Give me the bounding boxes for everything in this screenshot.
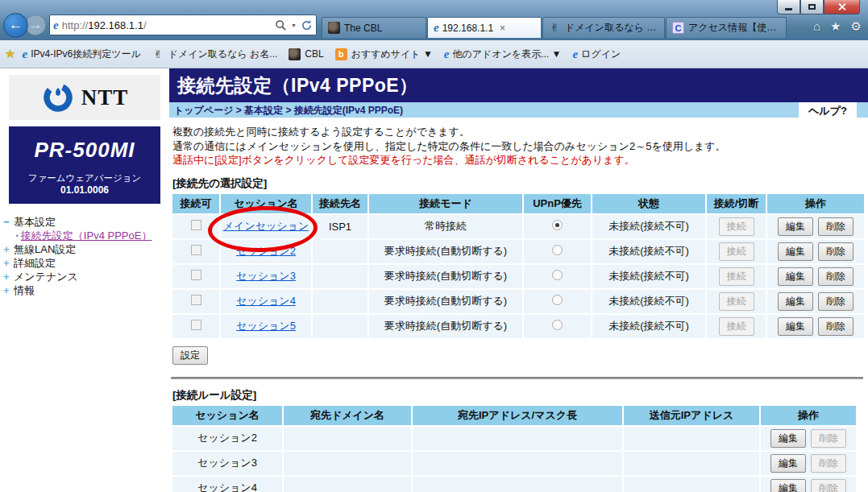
tab-close-icon[interactable]: ×: [500, 23, 505, 34]
connect-enable-checkbox[interactable]: [191, 220, 201, 230]
collapse-icon[interactable]: −: [3, 215, 14, 229]
upnp-priority-radio[interactable]: [552, 320, 563, 330]
session-link-2[interactable]: セッション2: [236, 245, 296, 257]
expand-icon[interactable]: +: [3, 283, 14, 297]
empty-cell: [413, 477, 622, 492]
expand-icon[interactable]: +: [3, 242, 14, 256]
back-button[interactable]: ←: [3, 13, 28, 38]
edit-button[interactable]: 編集: [778, 242, 813, 261]
empty-cell: [624, 427, 759, 450]
delete-button[interactable]: 削除: [818, 217, 853, 236]
favorites-icon[interactable]: ★: [830, 19, 841, 34]
sidebar-item-wireless-lan[interactable]: + 無線LAN設定: [3, 242, 169, 256]
favorite-more-addons[interactable]: e他のアドオンを表示... ▼: [444, 48, 562, 61]
connect-enable-checkbox[interactable]: [191, 295, 201, 305]
empty-cell: [413, 452, 622, 475]
session-link-4[interactable]: セッション4: [236, 295, 296, 307]
favorite-domain[interactable]: ✌ドメイン取るなら お名...: [152, 48, 278, 61]
edit-button[interactable]: 編集: [770, 429, 806, 448]
ie-favicon: e: [434, 22, 439, 34]
search-icon[interactable]: [275, 19, 287, 31]
sidebar-item-advanced-settings[interactable]: + 詳細設定: [3, 256, 169, 270]
submit-settings-button[interactable]: 設定: [172, 346, 208, 365]
session-link-3[interactable]: セッション3: [236, 270, 296, 282]
edit-button[interactable]: 編集: [778, 217, 813, 236]
breadcrumb-tail: [857, 102, 868, 118]
expand-icon[interactable]: +: [3, 256, 14, 270]
firmware-version: 01.01.0006: [12, 184, 157, 196]
refresh-icon[interactable]: [301, 19, 313, 31]
session-name: セッション3: [172, 452, 282, 475]
status-text: 未接続(接続不可): [592, 315, 705, 338]
delete-button[interactable]: 削除: [818, 267, 853, 286]
delete-button[interactable]: 削除: [811, 479, 846, 492]
connect-button[interactable]: 接続: [719, 267, 754, 286]
model-panel: PR-500MI ファームウェアバージョン 01.01.0006: [9, 126, 160, 204]
col-session-name: セッション名: [221, 194, 311, 213]
edit-button[interactable]: 編集: [778, 267, 813, 286]
connect-enable-checkbox[interactable]: [191, 245, 201, 255]
page-favicon-ie-icon: e: [53, 19, 59, 31]
ie-icon: e: [444, 48, 450, 60]
home-icon[interactable]: ⌂: [813, 19, 820, 34]
edit-button[interactable]: 編集: [770, 454, 806, 473]
connect-button[interactable]: 接続: [719, 292, 754, 311]
upnp-priority-radio[interactable]: [552, 245, 563, 255]
address-bar[interactable]: e http://192.168.1.1/ ▼: [49, 14, 317, 35]
edit-button[interactable]: 編集: [778, 292, 813, 311]
maximize-button[interactable]: [800, 0, 824, 14]
empty-cell: [284, 452, 411, 475]
close-icon: [837, 2, 846, 11]
edit-button[interactable]: 編集: [778, 317, 813, 336]
empty-cell: [284, 427, 411, 450]
sidebar-item-pppoe-settings[interactable]: ▪ 接続先設定（IPv4 PPPoE）: [16, 229, 169, 242]
connect-button[interactable]: 接続: [719, 317, 754, 336]
add-favorite-icon[interactable]: ★: [5, 47, 15, 61]
upnp-priority-radio[interactable]: [552, 270, 563, 280]
sidebar-item-maintenance[interactable]: + メンテナンス: [3, 270, 169, 283]
sidebar-item-basic-settings[interactable]: − 基本設定: [3, 215, 169, 229]
status-text: 未接続(接続不可): [592, 265, 705, 288]
bullet-icon: ▪: [16, 229, 19, 242]
selection-table: 接続可 セッション名 接続先名 接続モード UPnP優先 状態 接続/切断 操作…: [171, 192, 866, 340]
connect-button[interactable]: 接続: [719, 242, 754, 261]
rule-row-session3: セッション3 編集削除: [172, 452, 856, 475]
col-connect-disconnect: 接続/切断: [707, 194, 766, 213]
tab-domain[interactable]: ✌ ドメイン取るなら お名...: [542, 17, 665, 38]
tab-access-info[interactable]: C アクセス情報【使用中...: [666, 17, 787, 38]
col-connect-enable: 接続可: [172, 194, 219, 213]
upnp-priority-radio[interactable]: [552, 295, 563, 305]
session-link-5[interactable]: セッション5: [236, 320, 296, 332]
firmware-label: ファームウェアバージョン: [12, 172, 157, 184]
close-button[interactable]: [824, 0, 860, 14]
session-name: セッション4: [172, 477, 282, 492]
favorite-ipv4-ipv6-tool[interactable]: eIPv4-IPv6接続判定ツール: [22, 48, 140, 61]
delete-button[interactable]: 削除: [811, 429, 846, 448]
upnp-priority-radio[interactable]: [552, 220, 563, 230]
connect-button[interactable]: 接続: [719, 217, 754, 236]
delete-button[interactable]: 削除: [811, 454, 846, 473]
table-row-main-session: メインセッション ISP1 常時接続 未接続(接続不可) 接続 編集削除: [172, 215, 864, 238]
help-link[interactable]: ヘルプ?: [799, 102, 857, 118]
favorite-suggested-sites[interactable]: bおすすめサイト ▼: [335, 48, 433, 61]
rule-row-session2: セッション2 編集削除: [172, 427, 856, 450]
delete-button[interactable]: 削除: [818, 242, 853, 261]
favorite-login[interactable]: eログイン: [572, 48, 621, 61]
tab-192-168-1-1[interactable]: e 192.168.1.1 ×: [427, 17, 542, 38]
col-upnp-priority: UPnP優先: [524, 194, 591, 213]
settings-gear-icon[interactable]: ⚙: [851, 19, 862, 34]
browser-chrome: ← → e http://192.168.1.1/ ▼ The CBL e 19…: [0, 0, 868, 40]
col-status: 状態: [592, 194, 705, 213]
connect-enable-checkbox[interactable]: [191, 320, 201, 330]
delete-button[interactable]: 削除: [818, 317, 853, 336]
search-dropdown-icon[interactable]: ▼: [291, 23, 297, 28]
session-link-main[interactable]: メインセッション: [223, 220, 309, 232]
delete-button[interactable]: 削除: [818, 292, 853, 311]
sidebar-item-information[interactable]: + 情報: [3, 283, 169, 297]
isp-name: [313, 290, 368, 313]
expand-icon[interactable]: +: [3, 270, 14, 283]
connect-enable-checkbox[interactable]: [191, 270, 201, 280]
edit-button[interactable]: 編集: [770, 479, 806, 492]
tab-the-cbl[interactable]: The CBL: [322, 17, 426, 38]
favorite-cbl[interactable]: CBL: [289, 48, 323, 60]
